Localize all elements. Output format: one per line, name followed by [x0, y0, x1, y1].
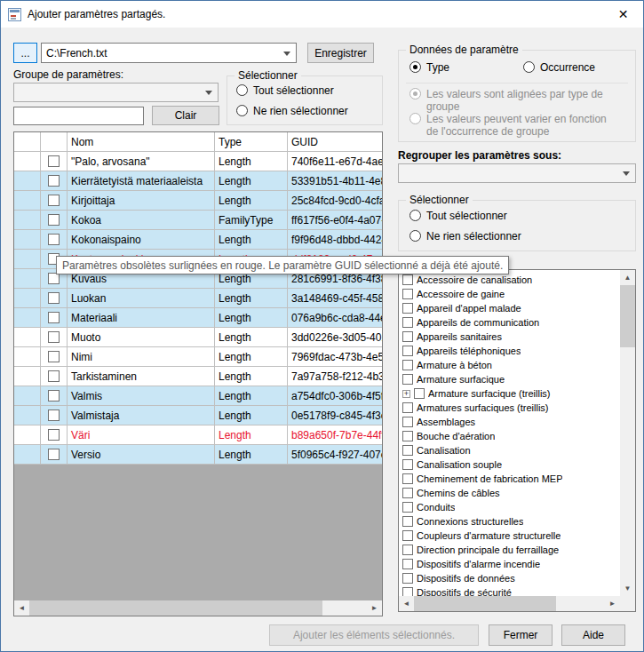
row-checkbox[interactable]	[48, 449, 60, 460]
category-checkbox[interactable]	[414, 388, 425, 399]
add-selected-button[interactable]: Ajouter les éléments sélectionnés.	[269, 624, 479, 646]
row-checkbox[interactable]	[48, 390, 60, 402]
table-row[interactable]: KokoaFamilyTypeff617f56-e0f4-4a07-a	[14, 211, 382, 230]
category-item[interactable]: Dispositifs de sécurité	[402, 585, 620, 596]
category-checkbox[interactable]	[402, 459, 413, 470]
category-item[interactable]: Armature à béton	[402, 358, 620, 372]
category-checkbox[interactable]	[402, 417, 413, 427]
close-icon[interactable]: ✕	[603, 1, 643, 28]
category-checkbox[interactable]	[402, 274, 413, 285]
param-group-combo[interactable]	[13, 83, 219, 102]
category-checkbox[interactable]	[402, 445, 413, 456]
scroll-right-icon[interactable]: ►	[367, 600, 382, 616]
category-checkbox[interactable]	[402, 374, 413, 385]
tree-horizontal-scrollbar[interactable]: ◄ ►	[399, 596, 620, 611]
table-row[interactable]: LuokanLength3a148469-c45f-458a	[14, 289, 382, 308]
chevron-down-icon[interactable]	[283, 52, 290, 56]
row-selector[interactable]	[14, 289, 41, 307]
row-selector[interactable]	[14, 406, 41, 425]
category-item[interactable]: Coupleurs d'armature structurelle	[402, 529, 620, 543]
row-checkbox[interactable]	[48, 175, 60, 187]
category-item[interactable]: Connexions structurelles	[402, 514, 620, 529]
category-checkbox[interactable]	[402, 303, 413, 314]
category-checkbox[interactable]	[402, 530, 413, 541]
regroup-combo[interactable]	[398, 163, 636, 183]
category-checkbox[interactable]	[402, 587, 413, 596]
row-selector[interactable]	[14, 367, 41, 386]
header-guid[interactable]: GUID	[288, 132, 382, 151]
category-item[interactable]: Assemblages	[402, 415, 620, 429]
category-item[interactable]: Appareil d'appel malade	[402, 301, 620, 315]
save-button[interactable]: Enregistrer	[307, 43, 374, 63]
category-item[interactable]: Accessoire de gaine	[402, 287, 620, 301]
table-horizontal-scrollbar[interactable]: ◄ ►	[14, 600, 382, 616]
row-checkbox[interactable]	[48, 351, 60, 362]
category-checkbox[interactable]	[402, 559, 413, 569]
row-checkbox[interactable]	[48, 234, 60, 245]
scroll-left-icon[interactable]: ◄	[399, 596, 414, 611]
browse-button[interactable]: ...	[13, 43, 37, 63]
scroll-up-icon[interactable]: ▲	[620, 270, 635, 285]
close-button[interactable]: Fermer	[489, 624, 553, 646]
category-item[interactable]: +Armature surfacique (treillis)	[402, 386, 620, 401]
scroll-right-icon[interactable]: ►	[605, 596, 620, 611]
row-checkbox[interactable]	[48, 312, 60, 323]
category-item[interactable]: Cheminement de fabrication MEP	[402, 472, 620, 486]
category-item[interactable]: Armature surfacique	[402, 372, 620, 386]
category-item[interactable]: Appareils de communication	[402, 315, 620, 330]
category-checkbox[interactable]	[402, 545, 413, 555]
radio-type[interactable]: Type	[409, 61, 449, 74]
clear-button[interactable]: Clair	[152, 106, 219, 125]
row-selector[interactable]	[14, 250, 41, 268]
expand-plus-icon[interactable]: +	[402, 390, 410, 398]
row-selector[interactable]	[14, 211, 41, 229]
filter-input[interactable]	[13, 107, 144, 125]
category-item[interactable]: Dispositifs d'alarme incendie	[402, 557, 620, 571]
row-selector[interactable]	[14, 328, 41, 346]
category-item[interactable]: Accessoire de canalisation	[402, 273, 620, 287]
scroll-thumb[interactable]	[620, 285, 635, 347]
row-selector[interactable]	[14, 445, 41, 464]
radio-select-none-left[interactable]: Ne rien sélectionner	[236, 105, 348, 117]
category-checkbox[interactable]	[402, 289, 413, 299]
row-selector[interactable]	[14, 347, 41, 366]
header-nom[interactable]: Nom	[68, 132, 215, 151]
scroll-left-icon[interactable]: ◄	[14, 600, 29, 616]
category-item[interactable]: Dispositifs de données	[402, 571, 620, 585]
row-checkbox[interactable]	[48, 155, 60, 167]
row-selector[interactable]	[14, 171, 41, 190]
category-checkbox[interactable]	[402, 346, 413, 356]
table-row[interactable]: MateriaaliLength076a9b6c-cda8-44e	[14, 308, 382, 328]
row-selector[interactable]	[14, 386, 41, 405]
radio-select-none-right[interactable]: Ne rien sélectionner	[409, 230, 521, 243]
category-checkbox[interactable]	[402, 573, 413, 584]
table-row[interactable]: VersioLength5f0965c4-f927-407e-	[14, 445, 382, 465]
row-checkbox[interactable]	[48, 214, 60, 226]
row-selector[interactable]	[14, 308, 41, 327]
category-checkbox[interactable]	[402, 502, 413, 513]
category-checkbox[interactable]	[402, 488, 413, 498]
row-checkbox[interactable]	[48, 370, 60, 382]
row-checkbox[interactable]	[48, 292, 60, 304]
table-row[interactable]: ValmistajaLength0e5178f9-c845-4f3c-	[14, 406, 382, 425]
help-button[interactable]: Aide	[561, 624, 625, 646]
chevron-down-icon[interactable]	[623, 171, 630, 176]
category-checkbox[interactable]	[402, 473, 413, 484]
scroll-thumb[interactable]	[29, 600, 322, 616]
category-checkbox[interactable]	[402, 331, 413, 342]
category-checkbox[interactable]	[402, 402, 413, 413]
table-row[interactable]: Kierrätetyistä materiaaleistaLength53391…	[14, 171, 382, 191]
table-row[interactable]: MuotoLength3dd0226e-3d05-402a	[14, 328, 382, 347]
row-selector[interactable]	[14, 269, 41, 288]
category-item[interactable]: Direction principale du ferraillage	[402, 543, 620, 557]
row-checkbox[interactable]	[48, 195, 60, 206]
table-row[interactable]: TarkistaminenLength7a97a758-f212-4b3d	[14, 367, 382, 386]
table-row[interactable]: ValmisLengtha754dfc0-306b-4f5f-b	[14, 386, 382, 406]
row-selector[interactable]	[14, 230, 41, 249]
row-checkbox[interactable]	[48, 409, 60, 421]
category-item[interactable]: Conduits	[402, 500, 620, 514]
category-checkbox[interactable]	[402, 317, 413, 328]
table-row[interactable]: "Palo, arvosana"Length740f6e11-e67d-4ae7	[14, 152, 382, 171]
category-item[interactable]: Canalisation	[402, 443, 620, 457]
row-selector[interactable]	[14, 191, 41, 210]
